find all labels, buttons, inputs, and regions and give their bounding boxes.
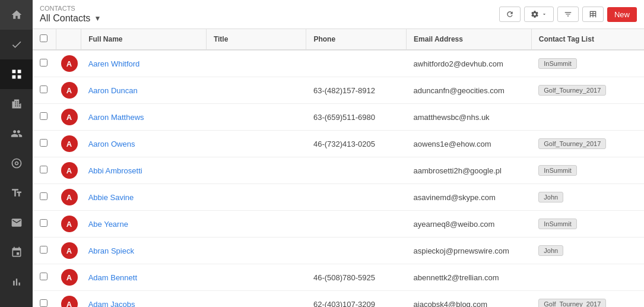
- row-name[interactable]: Adam Jacobs: [81, 291, 207, 308]
- row-avatar-cell: A: [56, 131, 81, 157]
- refresh-button[interactable]: [499, 7, 521, 22]
- row-checkbox[interactable]: [40, 166, 47, 173]
- row-checkbox[interactable]: [40, 192, 47, 200]
- header-tags[interactable]: Contact Tag List: [531, 29, 644, 50]
- sidebar-item-contacts[interactable]: [0, 59, 33, 89]
- row-tags: [531, 264, 644, 291]
- row-checkbox[interactable]: [40, 59, 47, 67]
- tag-badge[interactable]: John: [538, 245, 563, 256]
- row-avatar-cell: A: [56, 157, 81, 184]
- tag-badge[interactable]: Golf_Tourney_2017: [538, 85, 606, 96]
- tag-badge[interactable]: InSummit: [538, 58, 576, 69]
- target-icon: [11, 157, 23, 169]
- sidebar-item-reports[interactable]: [0, 267, 33, 297]
- row-phone: [306, 184, 407, 211]
- gear-icon: [531, 10, 539, 18]
- tag-badge[interactable]: InSummit: [538, 165, 576, 176]
- table-row: A Aaron Matthews 63-(659)511-6980 amatth…: [33, 104, 644, 131]
- sidebar-item-tasks[interactable]: [0, 30, 33, 59]
- sidebar-item-companies[interactable]: [0, 89, 33, 119]
- row-checkbox[interactable]: [40, 273, 47, 280]
- calendar-icon: [11, 246, 23, 258]
- new-button[interactable]: New: [607, 7, 637, 22]
- avatar: A: [61, 109, 78, 125]
- row-phone: 62-(403)107-3209: [306, 291, 407, 308]
- tag-badge[interactable]: John: [538, 192, 563, 202]
- sidebar-item-targets[interactable]: [0, 148, 33, 178]
- row-checkbox-cell: [33, 211, 56, 238]
- row-title: [206, 131, 306, 157]
- row-avatar-cell: A: [56, 211, 81, 238]
- row-tags: Golf_Tourney_2017: [531, 291, 644, 308]
- tag-badge[interactable]: InSummit: [538, 219, 576, 229]
- row-name[interactable]: Aaron Owens: [81, 131, 207, 157]
- page-title: All Contacts: [40, 13, 90, 24]
- header-email[interactable]: Email Address: [407, 29, 532, 50]
- refresh-icon: [506, 10, 514, 18]
- row-checkbox[interactable]: [40, 299, 47, 307]
- row-title: [206, 157, 306, 184]
- table-row: A Adam Bennett 46-(508)780-5925 abennett…: [33, 264, 644, 291]
- columns-icon: [589, 10, 597, 18]
- row-title: [206, 264, 306, 291]
- title-dropdown-icon[interactable]: ▼: [94, 14, 101, 23]
- select-all-checkbox[interactable]: [40, 34, 47, 42]
- row-name[interactable]: Abbie Savine: [81, 184, 207, 211]
- row-checkbox[interactable]: [40, 246, 47, 254]
- row-phone: [306, 157, 407, 184]
- row-tags: John: [531, 238, 644, 264]
- header-phone[interactable]: Phone: [306, 29, 407, 50]
- row-name[interactable]: Aaron Matthews: [81, 104, 207, 131]
- table-row: A Aaron Owens 46-(732)413-0205 aowens1e@…: [33, 131, 644, 157]
- row-phone: [306, 211, 407, 238]
- row-avatar-cell: A: [56, 77, 81, 104]
- columns-button[interactable]: [582, 7, 604, 22]
- row-title: [206, 184, 306, 211]
- sidebar-item-calendar[interactable]: [0, 238, 33, 267]
- tag-badge[interactable]: Golf_Tourney_2017: [538, 138, 606, 149]
- sidebar-item-email[interactable]: [0, 208, 33, 238]
- row-tags: [531, 104, 644, 131]
- row-phone: 46-(508)780-5925: [306, 264, 407, 291]
- row-name[interactable]: Adam Bennett: [81, 264, 207, 291]
- filter-button[interactable]: [557, 7, 579, 22]
- row-checkbox[interactable]: [40, 139, 47, 147]
- main-content: CONTACTS All Contacts ▼ New: [33, 0, 644, 307]
- header-title[interactable]: Title: [206, 29, 306, 50]
- table-row: A Abbi Ambrosetti aambrosetti2h@google.p…: [33, 157, 644, 184]
- sidebar: [0, 0, 33, 307]
- avatar: A: [61, 82, 78, 99]
- row-name[interactable]: Aaron Duncan: [81, 77, 207, 104]
- avatar: A: [61, 242, 78, 259]
- row-checkbox-cell: [33, 104, 56, 131]
- sidebar-item-text[interactable]: [0, 178, 33, 208]
- grid-icon: [11, 68, 23, 80]
- row-checkbox-cell: [33, 131, 56, 157]
- reports-icon: [11, 276, 23, 288]
- row-email: aowens1e@ehow.com: [407, 131, 532, 157]
- check-icon: [11, 39, 23, 50]
- header-fullname[interactable]: Full Name: [81, 29, 207, 50]
- row-name[interactable]: Aaren Whitford: [81, 50, 207, 77]
- settings-button[interactable]: [524, 7, 554, 22]
- row-name[interactable]: Abran Spieck: [81, 238, 207, 264]
- avatar: A: [61, 55, 78, 72]
- text-icon: [11, 187, 23, 199]
- row-avatar-cell: A: [56, 184, 81, 211]
- avatar: A: [61, 269, 78, 286]
- row-checkbox-cell: [33, 264, 56, 291]
- row-checkbox[interactable]: [40, 86, 47, 93]
- row-name[interactable]: Abe Yearne: [81, 211, 207, 238]
- row-email: aspieckoj@prnewswire.com: [407, 238, 532, 264]
- table-header-row: Full Name Title Phone Email Address Cont…: [33, 29, 644, 50]
- row-checkbox-cell: [33, 184, 56, 211]
- row-tags: Golf_Tourney_2017: [531, 77, 644, 104]
- row-avatar-cell: A: [56, 104, 81, 131]
- row-name[interactable]: Abbi Ambrosetti: [81, 157, 207, 184]
- sidebar-item-people[interactable]: [0, 119, 33, 148]
- row-checkbox[interactable]: [40, 112, 47, 120]
- row-avatar-cell: A: [56, 50, 81, 77]
- row-checkbox[interactable]: [40, 219, 47, 227]
- sidebar-item-home[interactable]: [0, 0, 33, 30]
- tag-badge[interactable]: Golf_Tourney_2017: [538, 299, 606, 307]
